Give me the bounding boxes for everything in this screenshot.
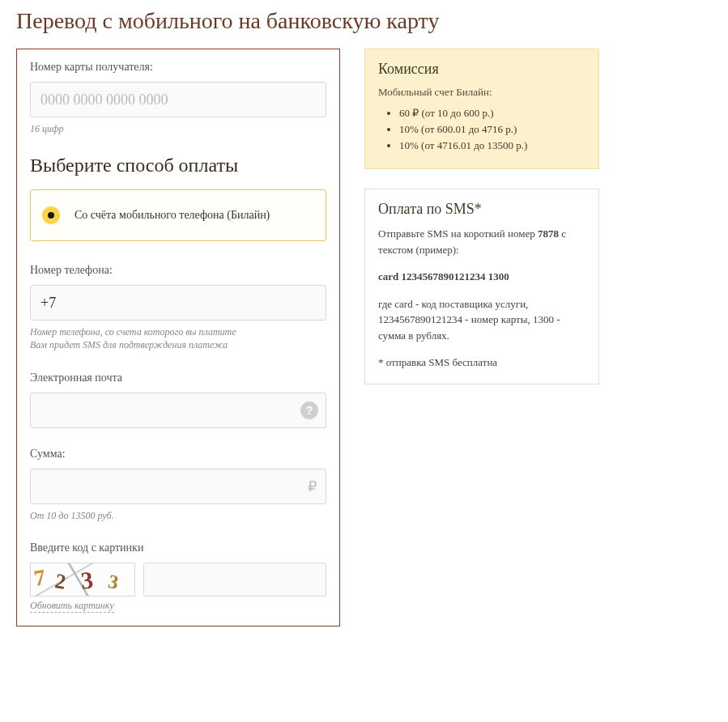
transfer-form: Номер карты получателя: 16 цифр Выберите… <box>16 49 340 626</box>
commission-title: Комиссия <box>378 61 585 78</box>
sms-example: card 1234567890121234 1300 <box>378 269 585 285</box>
help-icon[interactable]: ? <box>300 401 318 419</box>
captcha-input[interactable] <box>143 563 326 597</box>
commission-item: 10% (от 600.01 до 4716 р.) <box>399 123 585 136</box>
phone-label: Номер телефона: <box>30 264 326 277</box>
card-number-label: Номер карты получателя: <box>30 61 326 74</box>
amount-input[interactable] <box>30 469 326 504</box>
card-number-field: Номер карты получателя: 16 цифр <box>30 61 326 135</box>
commission-list: 60 ₽ (от 10 до 600 р.) 10% (от 600.01 до… <box>378 107 585 152</box>
sms-box: Оплата по SMS* Отправьте SMS на короткий… <box>364 189 599 384</box>
captcha-label: Введите код с картинки <box>30 542 326 554</box>
amount-field: Сумма: ₽ От 10 до 13500 руб. <box>30 448 326 522</box>
captcha-field: Введите код с картинки 7 2 3 3 Обновить … <box>30 542 326 613</box>
sms-explain: где card - код поставщика услуги, 123456… <box>378 296 585 344</box>
email-field: Электронная почта ? <box>30 372 326 428</box>
email-label: Электронная почта <box>30 372 326 384</box>
commission-item: 60 ₽ (от 10 до 600 р.) <box>399 107 585 120</box>
captcha-image: 7 2 3 3 <box>30 563 135 597</box>
payment-method-title: Выберите способ оплаты <box>30 155 326 176</box>
card-number-hint: 16 цифр <box>30 122 326 135</box>
sms-note: * отправка SMS бесплатна <box>378 355 585 371</box>
sms-title: Оплата по SMS* <box>378 201 585 218</box>
phone-hint: Номер телефона, со счета которого вы пла… <box>30 325 326 351</box>
amount-hint: От 10 до 13500 руб. <box>30 509 326 522</box>
amount-label: Сумма: <box>30 448 326 461</box>
ruble-icon: ₽ <box>308 478 317 495</box>
phone-field: Номер телефона: Номер телефона, со счета… <box>30 264 326 351</box>
radio-selected-icon <box>42 206 60 224</box>
payment-method-label: Со счёта мобильного телефона (Билайн) <box>75 208 270 223</box>
commission-subtitle: Мобильный счет Билайн: <box>378 86 585 99</box>
phone-input[interactable] <box>30 285 326 321</box>
page-title: Перевод с мобильного на банковскую карту <box>16 8 712 34</box>
payment-method-mobile[interactable]: Со счёта мобильного телефона (Билайн) <box>30 189 326 241</box>
sms-intro: Отправьте SMS на короткий номер 7878 с т… <box>378 226 585 257</box>
commission-item: 10% (от 4716.01 до 13500 р.) <box>399 139 585 152</box>
captcha-refresh-link[interactable]: Обновить картинку <box>30 600 114 613</box>
commission-box: Комиссия Мобильный счет Билайн: 60 ₽ (от… <box>364 49 599 169</box>
card-number-input[interactable] <box>30 82 326 117</box>
email-input[interactable] <box>30 393 326 428</box>
